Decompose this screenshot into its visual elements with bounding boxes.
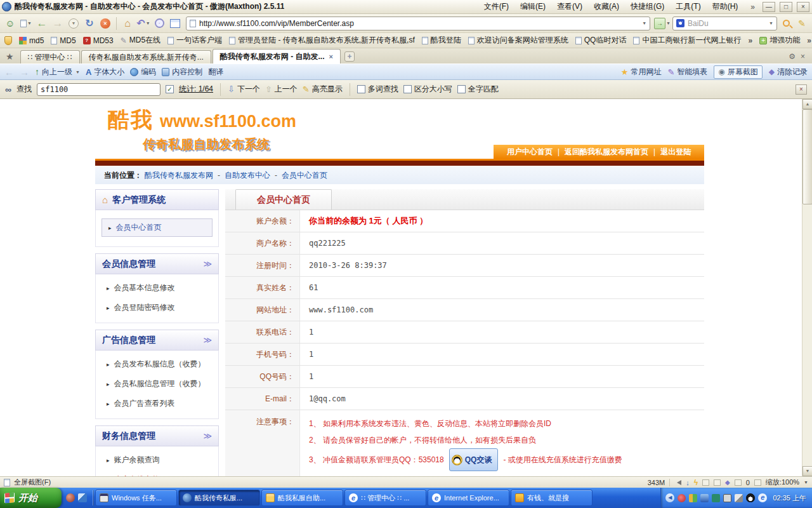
site-logo[interactable]: 酷我 www.sf1100.com 传奇私服自助发布系统 [108, 105, 296, 153]
bookmark-md5-online[interactable]: ✎MD5在线 [121, 35, 160, 46]
url-text[interactable]: http://www.sf1100.com/vip/MemberCenter.a… [199, 19, 638, 28]
menu-file[interactable]: 文件(F) [478, 0, 514, 13]
search-engine-label[interactable]: BaiDu [688, 19, 765, 28]
zoom-caret-icon[interactable]: ▼ [804, 480, 808, 485]
stats-checkbox[interactable]: ✓ [166, 85, 174, 93]
tray-window-icon[interactable] [735, 494, 743, 502]
recent-pages-button[interactable]: ▼ [67, 17, 81, 30]
taskbar-clock[interactable]: 02:35 上午 [773, 493, 806, 503]
sidebar-item-ad-list[interactable]: ▸会员广告查看列表 [96, 394, 218, 413]
security-shield-icon[interactable] [4, 36, 12, 45]
up-level-button[interactable]: ↑向上一级▼ [35, 67, 80, 77]
enhance-features-button[interactable]: +增强功能 [759, 35, 800, 46]
menu-view[interactable]: 查看(V) [551, 0, 588, 13]
menu-tools[interactable]: 工具(T) [670, 0, 706, 13]
scroll-up-icon[interactable]: ▲ [802, 99, 812, 109]
address-dropdown-icon[interactable]: ▼ [642, 21, 646, 25]
smart-fill-button[interactable]: ✎智能填表 [667, 67, 707, 77]
back-button[interactable]: ← [35, 17, 49, 30]
font-size-button[interactable]: A字体大小 [86, 67, 124, 77]
tab-member-center-active[interactable]: 酷我传奇私服发布网 - 自助发...× [213, 49, 341, 64]
new-page-button[interactable]: ▼ [19, 17, 33, 30]
quick-launch-icon-2[interactable] [78, 493, 87, 502]
favorites-star-icon[interactable]: ★ [6, 51, 14, 62]
sidebar-item-edit-password[interactable]: ▸会员登陆密码修改 [96, 298, 218, 318]
qq-chat-button[interactable]: QQ交谈 [449, 448, 499, 471]
task-windows-tasks[interactable]: Windows 任务... [95, 490, 177, 506]
sidebar-item-online-recharge[interactable]: ▸账户在线充值 [96, 470, 218, 476]
nav-logout[interactable]: 退出登陆 [660, 147, 691, 157]
breadcrumb-center-link[interactable]: 自助发布中心 [225, 170, 270, 181]
tray-media-icon[interactable] [678, 494, 686, 502]
volume-icon[interactable] [674, 480, 681, 485]
bookmark-qq-chat[interactable]: QQ临时对话 [575, 35, 627, 46]
tabbar-close-icon[interactable]: × [801, 52, 805, 61]
search-button[interactable] [779, 17, 793, 30]
plugin-diamond-icon[interactable]: ◆ [725, 479, 730, 486]
tray-color-icon[interactable] [689, 494, 697, 502]
case-sensitive-checkbox[interactable]: 区分大小写 [403, 84, 452, 95]
refresh-button[interactable]: ↻ [82, 17, 96, 30]
bookmark-kuwo-login[interactable]: 酷我登陆 [422, 35, 461, 46]
translate-button[interactable]: 翻译 [208, 67, 223, 77]
search-dropdown-icon[interactable]: ▼ [769, 21, 773, 25]
bookmark-client[interactable]: 一句话客户端 [167, 35, 222, 46]
status-left-text[interactable]: 全屏截图(F) [14, 478, 51, 487]
menu-overflow-icon[interactable]: » [747, 3, 759, 11]
task-sou-search[interactable]: 有钱、就是搜 [511, 490, 593, 506]
stop-button[interactable]: × [98, 17, 112, 30]
sidebar-section-member-info[interactable]: 会员信息管理 ≫ [95, 253, 219, 274]
nav-user-center-home[interactable]: 用户中心首页 [507, 147, 553, 157]
enhance-overflow-icon[interactable]: » [807, 36, 811, 45]
undo-button[interactable]: ↶▼ [136, 17, 150, 30]
bookmark-md5[interactable]: md5 [19, 36, 44, 45]
tab-publish-system[interactable]: 传奇私服自助发布系统,新开传奇... [81, 50, 211, 64]
ie-tray-icon[interactable]: e [758, 493, 767, 502]
sidebar-section-finance[interactable]: 财务信息管理 ≫ [95, 425, 219, 446]
scroll-down-icon[interactable]: ▼ [802, 466, 812, 476]
bookmark-admin-login[interactable]: 管理员登陆 - 传奇私服自助发布系统,新开传奇私服,sf [229, 35, 415, 46]
lightning-icon[interactable]: ϟ [694, 478, 698, 487]
close-button[interactable]: × [797, 2, 809, 12]
content-control-button[interactable]: 内容控制 [162, 67, 202, 77]
content-tab-member-home[interactable]: 会员中心首页 [235, 189, 332, 210]
tray-display-icon[interactable] [723, 494, 731, 502]
tray-green-icon[interactable] [712, 494, 720, 502]
tab-close-icon[interactable]: × [329, 53, 333, 60]
window-pale-icon[interactable] [702, 479, 709, 486]
bookmarks-overflow-icon[interactable]: » [748, 36, 752, 45]
menu-favorites[interactable]: 收藏(A) [588, 0, 625, 13]
nav-return-home[interactable]: 返回酷我私服发布网首页 [565, 147, 648, 157]
start-button[interactable]: 开始 [0, 488, 62, 508]
task-kuwo-browser-active[interactable]: 酷我传奇私服... [178, 490, 260, 506]
find-input[interactable] [37, 83, 160, 96]
window-list-button[interactable] [168, 17, 182, 30]
scrollbar-thumb[interactable] [802, 109, 812, 204]
search-box[interactable]: BaiDu ▼ [672, 17, 777, 30]
task-folder[interactable]: 酷我私服自助... [261, 490, 343, 506]
quick-launch-icon-1[interactable] [66, 493, 75, 502]
highlight-pen-icon[interactable]: ✎ [795, 17, 809, 30]
favorite-sites-button[interactable]: ★常用网址 [621, 67, 662, 77]
tab-tools-icon[interactable]: ⚙ [789, 52, 796, 61]
find-stats-link[interactable]: 统计: 1/64 [179, 84, 213, 95]
screenshot-button[interactable]: ◉屏幕截图 [714, 65, 762, 79]
download-icon[interactable]: ↓ [686, 479, 690, 486]
minimize-button[interactable]: — [763, 2, 775, 12]
whole-word-checkbox[interactable]: 全字匹配 [457, 84, 499, 95]
new-tab-button[interactable]: + [344, 51, 355, 62]
bookmark-beian[interactable]: 欢迎访问备案网站管理系统 [468, 35, 568, 46]
breadcrumb-site-link[interactable]: 酷我传奇私服发布网 [145, 170, 213, 181]
menu-help[interactable]: 帮助(H) [707, 0, 744, 13]
page-scrollbar[interactable]: ▲ ▼ [802, 99, 812, 476]
restore-button[interactable]: □ [780, 2, 792, 12]
sidebar-item-manage-server[interactable]: ▸会员私服信息管理（收费） [96, 374, 218, 394]
clear-history-button[interactable]: ◆清除记录 [769, 67, 808, 77]
breadcrumb-current-link[interactable]: 会员中心首页 [282, 170, 327, 181]
user-account-icon[interactable]: ☺ [3, 17, 17, 30]
bookmark-MD5[interactable]: MD5 [51, 36, 75, 45]
tray-collapse-icon[interactable]: ◀ [665, 493, 674, 502]
multi-word-checkbox[interactable]: 多词查找 [357, 84, 398, 95]
bookmark-MD53[interactable]: ?MD53 [83, 36, 114, 45]
folder-pale-icon[interactable] [714, 479, 721, 486]
